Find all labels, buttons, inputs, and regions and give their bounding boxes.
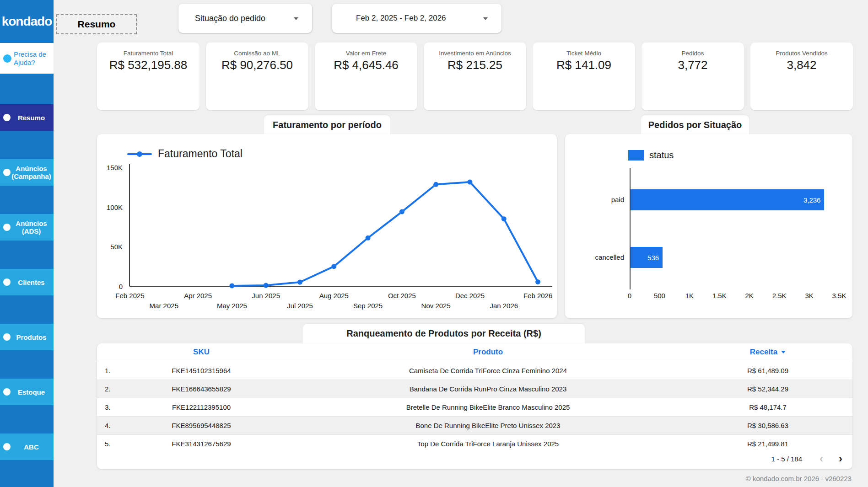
bar-chart-legend: status [628, 150, 674, 161]
table-pagination: 1 - 5 / 184 ‹ › [771, 452, 842, 466]
prev-page-icon[interactable]: ‹ [819, 453, 823, 464]
kpi-card-comissao-ml: Comissão ao ML R$ 90,276.50 [206, 43, 308, 110]
table-row: 1. FKE145102315964 Camiseta De Corrida T… [97, 361, 852, 380]
ranking-table: SKU Produto Receita 1. FKE145102315964 C… [97, 343, 852, 469]
copyright-note: © kondado.com.br 2026 - v260223 [746, 475, 852, 482]
column-header-receita[interactable]: Receita [692, 348, 843, 357]
page-title: Resumo [56, 14, 137, 34]
bar-cancelled: 536 [631, 247, 663, 268]
kpi-card-valor-frete: Valor em Frete R$ 4,645.46 [315, 43, 417, 110]
bar-chart: status 3,236536 paidcancelled 05001K1.5K… [565, 134, 852, 318]
chevron-down-icon [294, 17, 298, 20]
sidebar-item-clientes[interactable]: Clientes [0, 269, 54, 295]
bullet-icon [3, 333, 11, 341]
column-header-produto[interactable]: Produto [284, 348, 692, 357]
chevron-down-icon [483, 17, 488, 20]
kpi-card-faturamento-total: Faturamento Total R$ 532,195.88 [97, 43, 199, 110]
bullet-icon [3, 224, 11, 231]
line-chart-title: Faturamento por período [264, 115, 390, 134]
bullet-icon [3, 443, 11, 450]
pagination-label: 1 - 5 / 184 [771, 455, 802, 463]
bullet-icon [3, 169, 11, 176]
help-label: Precisa de Ajuda? [14, 50, 54, 67]
line-chart-plot [97, 134, 557, 318]
table-row: 3. FKE122112395100 Bretelle De Running B… [97, 398, 852, 416]
bar-paid: 3,236 [631, 189, 824, 210]
date-range-label: Feb 2, 2025 - Feb 2, 2026 [356, 14, 446, 23]
status-filter-dropdown[interactable]: Situação do pedido [178, 4, 312, 33]
kpi-card-investimento-anuncios: Investimento em Anúncios R$ 215.25 [424, 43, 526, 110]
bar-chart-axis-line [630, 168, 631, 289]
sidebar-item-resumo[interactable]: Resumo [0, 104, 54, 131]
line-chart-legend: Faturamento Total [127, 148, 243, 160]
table-row: 4. FKE895695448825 Bone De Running BikeE… [97, 416, 852, 434]
status-swatch-icon [628, 150, 644, 161]
bullet-icon [3, 278, 11, 286]
line-chart: Faturamento Total 150K100K50K0 Feb 2025M… [97, 134, 557, 318]
column-header-sku[interactable]: SKU [119, 348, 284, 357]
help-dot-icon [3, 54, 11, 63]
bar-chart-title: Pedidos por Situação [641, 115, 749, 134]
status-filter-label: Situação do pedido [195, 14, 265, 23]
table-row: 5. FKE314312675629 Top De Corrida TriFor… [97, 434, 852, 453]
sidebar-item-abc[interactable]: ABC [0, 433, 54, 460]
sort-desc-icon [781, 351, 786, 353]
sidebar-item-anuncios-ads[interactable]: Anúncios (ADS) [0, 214, 54, 241]
sidebar-item-produtos[interactable]: Produtos [0, 324, 54, 350]
sidebar: kondado Precisa de Ajuda? Resumo Anúncio… [0, 0, 54, 487]
table-title: Ranqueamento de Produtos por Receita (R$… [303, 324, 585, 343]
kpi-card-ticket-medio: Ticket Médio R$ 141.09 [533, 43, 635, 110]
dashboard-root: kondado Precisa de Ajuda? Resumo Anúncio… [0, 0, 868, 487]
table-row: 2. FKE166643655829 Bandana De Corrida Ru… [97, 380, 852, 398]
kpi-card-pedidos: Pedidos 3,772 [642, 43, 744, 110]
line-series-icon [127, 153, 152, 155]
table-header-row: SKU Produto Receita [97, 343, 852, 361]
next-page-icon[interactable]: › [839, 453, 842, 464]
kondado-logo: kondado [0, 0, 54, 43]
sidebar-item-estoque[interactable]: Estoque [0, 379, 54, 405]
bullet-icon [3, 114, 11, 121]
date-range-picker[interactable]: Feb 2, 2025 - Feb 2, 2026 [332, 4, 501, 33]
sidebar-item-anuncios-campanha[interactable]: Anúncios (Campanha) [0, 159, 54, 186]
bullet-icon [3, 388, 11, 396]
kpi-card-produtos-vendidos: Produtos Vendidos 3,842 [750, 43, 853, 110]
help-button[interactable]: Precisa de Ajuda? [0, 43, 54, 74]
